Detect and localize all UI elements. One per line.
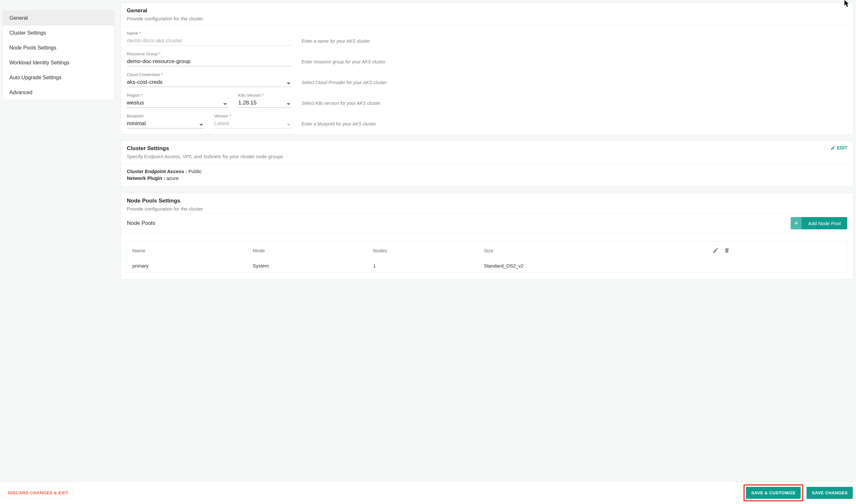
endpoint-access-line: Cluster Endpoint Access : Public [127, 168, 847, 174]
col-name: Name [127, 242, 248, 259]
resource-group-helper: Enter resource group for your AKS cluste… [302, 59, 847, 66]
sidebar-item-workload-identity-settings[interactable]: Workload Identity Settings [3, 55, 114, 70]
cell-size: Standard_DS2_v2 [479, 259, 706, 272]
node-pools-section-label: Node Pools [127, 220, 155, 227]
name-input [127, 36, 292, 46]
name-helper: Enter a name for your AKS cluster [302, 38, 847, 46]
general-title: General [127, 7, 203, 14]
add-node-pool-button[interactable]: Add Node Pool [802, 217, 847, 229]
col-size: Size [479, 242, 706, 259]
cloud-credentials-select[interactable] [127, 78, 292, 87]
chevron-down-icon [287, 83, 290, 85]
chevron-down-icon [287, 103, 290, 105]
node-pools-table: Name Mode Nodes Size [127, 242, 847, 272]
cloud-credentials-label: Cloud Credentials * [127, 72, 292, 77]
edit-cluster-settings-button[interactable]: EDIT [831, 145, 847, 150]
main-content: General Provide configuration for the cl… [121, 3, 853, 479]
cluster-settings-subtitle: Specify Endpoint Access, VPC and Subnets… [127, 154, 283, 159]
edit-node-pool-button[interactable] [711, 246, 720, 255]
col-nodes: Nodes [368, 242, 479, 259]
blueprint-select[interactable] [127, 119, 204, 128]
cluster-settings-title: Cluster Settings [127, 145, 283, 152]
resource-group-input[interactable] [127, 57, 292, 66]
cell-mode: System [248, 259, 368, 272]
version-select [214, 119, 292, 128]
k8s-version-helper: Select K8s version for your AKS cluster [302, 101, 847, 108]
cluster-settings-card: Cluster Settings Specify Endpoint Access… [121, 140, 853, 187]
add-node-pool-plus-button[interactable]: + [791, 217, 802, 229]
general-card: General Provide configuration for the cl… [121, 3, 853, 134]
k8s-version-label: K8s Version * [238, 93, 292, 98]
node-pools-title: Node Pools Settings [127, 198, 203, 204]
sidebar-item-node-pools-settings[interactable]: Node Pools Settings [3, 40, 114, 55]
cell-nodes: 1 [368, 259, 479, 272]
edit-label: EDIT [837, 145, 847, 150]
chevron-down-icon [287, 124, 290, 126]
chevron-down-icon [223, 103, 227, 105]
pencil-icon [831, 146, 835, 150]
resource-group-label: Resource Group * [127, 51, 292, 56]
sidebar-item-cluster-settings[interactable]: Cluster Settings [3, 25, 114, 40]
col-mode: Mode [248, 242, 368, 259]
chevron-down-icon [199, 124, 203, 126]
node-pools-subtitle: Provide configuration for the cluster [127, 206, 203, 212]
cloud-credentials-helper: Select Cloud Provider for your AKS clust… [302, 80, 847, 87]
region-select[interactable] [127, 98, 228, 108]
sidebar-item-general[interactable]: General [3, 11, 114, 25]
sidebar: General Cluster Settings Node Pools Sett… [3, 10, 114, 479]
delete-node-pool-button[interactable] [722, 246, 732, 255]
version-label: Version * [214, 113, 292, 119]
k8s-version-select[interactable] [238, 98, 292, 108]
region-label: Region * [127, 93, 228, 98]
sidebar-item-auto-upgrade-settings[interactable]: Auto Upgrade Settings [3, 70, 114, 85]
sidebar-item-advanced[interactable]: Advanced [3, 85, 114, 100]
blueprint-label: Blueprint [127, 113, 204, 119]
name-label: Name * [127, 31, 292, 36]
plus-icon: + [794, 219, 798, 228]
cell-name: primary [127, 259, 248, 272]
table-row: primary System 1 Standard_DS2_v2 [127, 259, 847, 272]
node-pools-card: Node Pools Settings Provide configuratio… [121, 193, 853, 280]
network-plugin-line: Network Plugin : azure [127, 175, 847, 181]
blueprint-helper: Enter a blueprint for your AKS cluster [302, 121, 847, 128]
general-subtitle: Provide configuration for the cluster [127, 16, 203, 21]
